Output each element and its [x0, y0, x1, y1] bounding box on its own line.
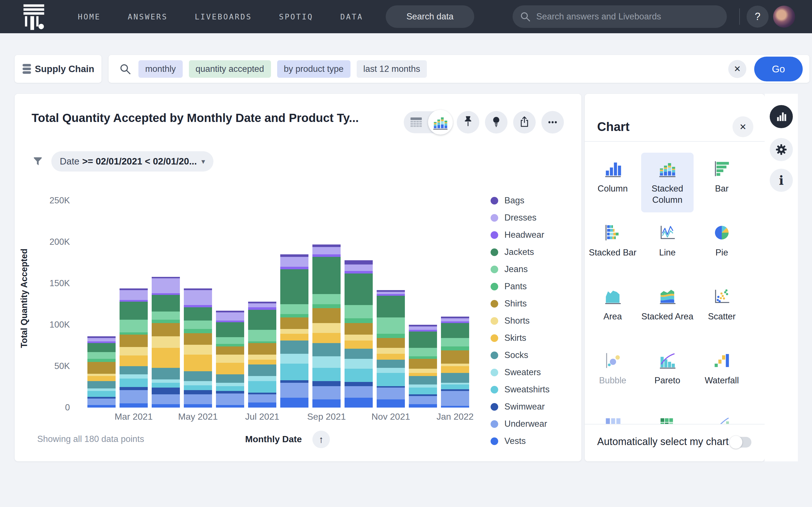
chart-type-stacked-area[interactable]: Stacked Area [641, 281, 694, 340]
segment-shorts[interactable] [345, 335, 373, 341]
segment-sweaters[interactable] [377, 368, 405, 373]
segment-sweatshirts[interactable] [184, 385, 212, 390]
segment-jackets[interactable] [184, 307, 212, 321]
segment-shorts[interactable] [248, 355, 276, 360]
segment-dresses[interactable] [248, 303, 276, 307]
legend-item-pants[interactable]: Pants [491, 282, 550, 291]
segment-shirts[interactable] [248, 343, 276, 355]
segment-pants[interactable] [409, 356, 437, 359]
segment-jackets[interactable] [119, 302, 148, 320]
segment-shirts[interactable] [377, 338, 405, 348]
nav-item-answers[interactable]: ANSWERS [128, 12, 168, 21]
legend-item-headwear[interactable]: Headwear [491, 230, 550, 240]
segment-shirts[interactable] [312, 308, 341, 323]
legend-item-bags[interactable]: Bags [491, 196, 550, 205]
segment-dresses[interactable] [119, 290, 148, 300]
segment-jeans[interactable] [345, 305, 373, 318]
segment-sweatshirts[interactable] [441, 385, 469, 390]
table-view-icon[interactable] [408, 114, 424, 131]
segment-headwear[interactable] [184, 305, 212, 307]
segment-shirts[interactable] [87, 362, 116, 374]
segment-sweatshirts[interactable] [409, 388, 437, 394]
segment-jeans[interactable] [152, 312, 180, 320]
nav-item-liveboards[interactable]: LIVEBOARDS [195, 12, 252, 21]
segment-socks[interactable] [248, 364, 276, 376]
legend-item-shorts[interactable]: Shorts [491, 316, 550, 326]
segment-skirts[interactable] [312, 333, 341, 343]
legend-item-sweaters[interactable]: Sweaters [491, 368, 550, 377]
close-panel-button[interactable]: ✕ [732, 116, 753, 137]
segment-vests[interactable] [216, 405, 244, 407]
segment-sweaters[interactable] [248, 376, 276, 381]
segment-skirts[interactable] [87, 376, 116, 381]
segment-socks[interactable] [441, 373, 469, 383]
segment-jeans[interactable] [184, 321, 212, 329]
segment-shirts[interactable] [441, 350, 469, 363]
segment-sweatshirts[interactable] [312, 368, 341, 381]
segment-dresses[interactable] [409, 327, 437, 330]
segment-sweaters[interactable] [409, 385, 437, 388]
segment-jackets[interactable] [345, 274, 373, 305]
segment-jackets[interactable] [377, 296, 405, 317]
legend-item-sweatshirts[interactable]: Sweatshirts [491, 385, 550, 394]
segment-skirts[interactable] [152, 348, 180, 368]
segment-sweatshirts[interactable] [248, 381, 276, 393]
info-button[interactable]: i [770, 169, 793, 192]
chart-type-bar[interactable]: Bar [696, 153, 748, 212]
stacked-bar-apr-2021[interactable] [152, 277, 180, 407]
stacked-bar-dec-2021[interactable] [409, 325, 437, 407]
share-button[interactable] [513, 111, 536, 133]
segment-socks[interactable] [216, 374, 244, 383]
segment-shirts[interactable] [409, 359, 437, 369]
segment-sweatshirts[interactable] [216, 386, 244, 391]
query-bar[interactable]: monthlyquantity acceptedby product typel… [109, 55, 809, 83]
segment-skirts[interactable] [345, 341, 373, 349]
segment-underwear[interactable] [119, 390, 148, 403]
segment-socks[interactable] [152, 368, 180, 379]
chart-type-bubble[interactable]: Bubble [587, 344, 639, 404]
query-token[interactable]: last 12 months [357, 60, 427, 78]
segment-sweatshirts[interactable] [345, 369, 373, 382]
segment-shorts[interactable] [280, 329, 308, 334]
settings-button[interactable] [770, 138, 793, 161]
auto-select-toggle[interactable] [730, 437, 751, 448]
segment-vests[interactable] [441, 406, 469, 407]
global-search-input[interactable] [536, 11, 712, 22]
segment-underwear[interactable] [216, 393, 244, 405]
segment-jeans[interactable] [119, 320, 148, 332]
segment-shorts[interactable] [152, 336, 180, 348]
stacked-bar-may-2021[interactable] [184, 288, 212, 407]
data-source-card[interactable]: Supply Chain [15, 55, 101, 83]
segment-shirts[interactable] [345, 323, 373, 335]
segment-skirts[interactable] [409, 373, 437, 376]
segment-skirts[interactable] [248, 360, 276, 365]
chart-type-line[interactable]: Line [641, 217, 694, 276]
segment-dresses[interactable] [152, 278, 180, 293]
segment-socks[interactable] [312, 343, 341, 356]
table-chart-toggle[interactable] [404, 111, 451, 133]
global-search[interactable] [513, 5, 727, 28]
segment-sweaters[interactable] [184, 381, 212, 385]
segment-jeans[interactable] [441, 338, 469, 346]
segment-jackets[interactable] [280, 269, 308, 304]
segment-socks[interactable] [345, 349, 373, 358]
segment-sweatshirts[interactable] [152, 383, 180, 388]
segment-socks[interactable] [377, 360, 405, 368]
segment-underwear[interactable] [409, 396, 437, 404]
segment-jeans[interactable] [409, 348, 437, 356]
segment-sweaters[interactable] [152, 379, 180, 383]
segment-swimwear[interactable] [312, 381, 341, 386]
segment-dresses[interactable] [87, 338, 116, 341]
more-actions-button[interactable] [541, 111, 564, 133]
segment-sweaters[interactable] [87, 388, 116, 391]
legend-item-skirts[interactable]: Skirts [491, 333, 550, 343]
segment-underwear[interactable] [280, 383, 308, 398]
segment-pants[interactable] [280, 314, 308, 318]
stacked-bar-sep-2021[interactable] [312, 244, 341, 407]
segment-sweaters[interactable] [119, 374, 148, 379]
stacked-bar-oct-2021[interactable] [345, 260, 373, 407]
segment-shorts[interactable] [409, 369, 437, 373]
segment-headwear[interactable] [345, 271, 373, 274]
user-avatar[interactable] [773, 6, 795, 27]
segment-bags[interactable] [312, 244, 341, 247]
